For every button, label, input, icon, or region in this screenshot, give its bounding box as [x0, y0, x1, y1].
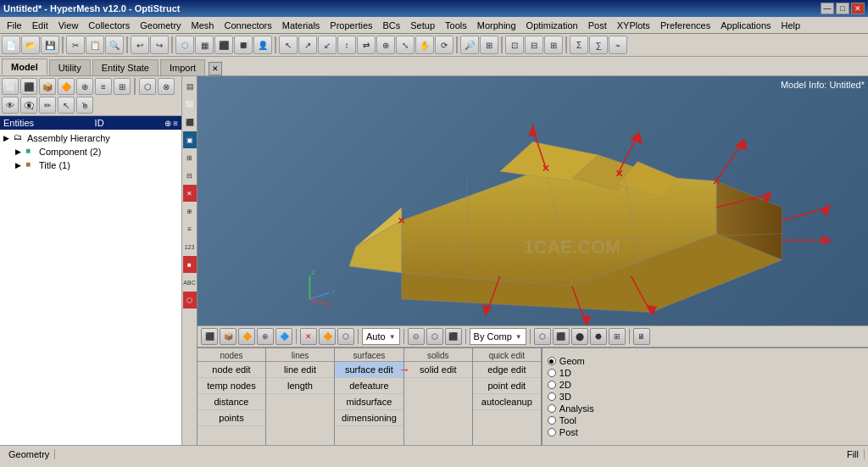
menu-xyplots[interactable]: XYPlots: [612, 19, 655, 32]
vbt-btn-8[interactable]: ⬡: [337, 328, 354, 345]
menu-materials[interactable]: Materials: [277, 19, 326, 32]
menu-view[interactable]: View: [53, 19, 84, 32]
v-btn-8[interactable]: ⊕: [183, 203, 197, 220]
tb-btn-27[interactable]: ⊞: [544, 36, 563, 54]
3d-viewport[interactable]: Model Info: Untitled*: [198, 76, 868, 325]
lp-btn-14[interactable]: 🖱: [76, 97, 93, 114]
tree-item-title[interactable]: ▶ ■ Title (1): [2, 158, 180, 172]
auto-dropdown[interactable]: Auto ▼: [362, 328, 400, 345]
tb-btn-28[interactable]: Σ: [570, 36, 588, 54]
v-btn-12[interactable]: ABC: [183, 274, 197, 291]
radio-2d[interactable]: 2D: [548, 380, 594, 390]
tb-btn-13[interactable]: 👤: [253, 36, 272, 54]
radio-1d[interactable]: 1D: [548, 368, 594, 378]
vbt-btn-5[interactable]: 🔷: [275, 328, 292, 345]
radio-geom[interactable]: Geom: [548, 356, 594, 366]
midsurface-cell[interactable]: midsurface: [335, 394, 403, 410]
tree-item-component[interactable]: ▶ ■ Component (2): [2, 145, 180, 158]
lp-btn-5[interactable]: ⊕: [76, 78, 93, 95]
surface-edit-cell[interactable]: surface edit →: [335, 362, 403, 378]
v-btn-5[interactable]: ⊞: [183, 149, 197, 166]
lp-btn-7[interactable]: ⊞: [114, 78, 131, 95]
length-cell[interactable]: length: [266, 378, 334, 394]
edge-edit-cell[interactable]: edge edit: [473, 362, 541, 378]
tab-entity-state[interactable]: Entity State: [92, 59, 159, 75]
lp-btn-13[interactable]: ↖: [58, 97, 75, 114]
menu-applications[interactable]: Applications: [715, 19, 776, 32]
menu-setup[interactable]: Setup: [405, 19, 440, 32]
tb-btn-18[interactable]: ⇄: [357, 36, 376, 54]
close-button[interactable]: ✕: [851, 3, 865, 14]
lp-btn-11[interactable]: 👁‍🗨: [20, 97, 37, 114]
tb-btn-10[interactable]: ▦: [195, 36, 214, 54]
vbt-btn-9[interactable]: ⊙: [408, 328, 425, 345]
menu-edit[interactable]: Edit: [27, 19, 53, 32]
lp-btn-4[interactable]: 🔶: [58, 78, 75, 95]
lp-btn-9[interactable]: ⊗: [158, 78, 175, 95]
menu-optimization[interactable]: Optimization: [521, 19, 583, 32]
v-btn-1[interactable]: ▤: [183, 78, 197, 95]
tb-btn-30[interactable]: ⌁: [609, 36, 627, 54]
vbt-btn-10[interactable]: ⬡: [426, 328, 443, 345]
tree-item-assembly[interactable]: ▶ 🗂 Assembly Hierarchy: [2, 131, 180, 145]
tb-btn-14[interactable]: ↖: [279, 36, 298, 54]
window-controls[interactable]: — □ ✕: [821, 3, 865, 14]
menu-file[interactable]: File: [2, 19, 27, 32]
expander-component[interactable]: ▶: [15, 147, 25, 156]
tab-import[interactable]: Import: [160, 59, 205, 75]
temp-nodes-cell[interactable]: temp nodes: [198, 378, 265, 394]
menu-post[interactable]: Post: [583, 19, 612, 32]
radio-3d[interactable]: 3D: [548, 392, 594, 402]
tab-model[interactable]: Model: [2, 58, 47, 75]
vbt-btn-7[interactable]: 🔶: [319, 328, 336, 345]
vbt-btn-2[interactable]: 📦: [220, 328, 236, 345]
maximize-button[interactable]: □: [836, 3, 849, 14]
lp-btn-2[interactable]: ⬛: [20, 78, 37, 95]
lp-btn-12[interactable]: ✏: [39, 97, 56, 114]
tb-btn-7[interactable]: ↩: [131, 36, 149, 54]
new-button[interactable]: 📄: [2, 36, 20, 54]
minimize-button[interactable]: —: [821, 3, 834, 14]
vbt-btn-4[interactable]: ⊕: [257, 328, 274, 345]
vbt-btn-13[interactable]: ⬛: [553, 328, 570, 345]
tb-btn-23[interactable]: 🔎: [460, 36, 479, 54]
distance-cell[interactable]: distance: [198, 394, 265, 410]
menu-preferences[interactable]: Preferences: [655, 19, 715, 32]
vbt-btn-6[interactable]: ✕: [300, 328, 317, 345]
tab-utility[interactable]: Utility: [49, 59, 91, 75]
tb-btn-20[interactable]: ⤡: [396, 36, 415, 54]
vbt-btn-11[interactable]: ⬛: [445, 328, 462, 345]
open-button[interactable]: 📂: [21, 36, 40, 54]
tb-btn-6[interactable]: 🔍: [105, 36, 124, 54]
expander-title[interactable]: ▶: [15, 161, 25, 170]
line-edit-cell[interactable]: line edit: [266, 362, 334, 378]
menu-collectors[interactable]: Collectors: [83, 19, 135, 32]
tb-btn-8[interactable]: ↪: [150, 36, 169, 54]
radio-post[interactable]: Post: [548, 427, 594, 437]
vbt-btn-1[interactable]: ⬛: [201, 328, 218, 345]
menu-connectors[interactable]: Connectors: [219, 19, 276, 32]
menu-properties[interactable]: Properties: [325, 19, 377, 32]
tb-btn-24[interactable]: ⊞: [480, 36, 498, 54]
solid-edit-cell[interactable]: solid edit: [404, 362, 472, 378]
autocleanup-cell[interactable]: autocleanup: [473, 394, 541, 410]
tb-btn-11[interactable]: ⬛: [214, 36, 233, 54]
bycomp-dropdown[interactable]: By Comp ▼: [470, 328, 526, 345]
menu-morphing[interactable]: Morphing: [472, 19, 521, 32]
menu-mesh[interactable]: Mesh: [186, 19, 220, 32]
expander-assembly[interactable]: ▶: [3, 134, 14, 142]
tb-btn-22[interactable]: ⟳: [435, 36, 453, 54]
dimensioning-cell[interactable]: dimensioning: [335, 410, 403, 426]
v-btn-9[interactable]: ≡: [183, 220, 197, 237]
save-button[interactable]: 💾: [41, 36, 59, 54]
tb-btn-12[interactable]: 🔳: [234, 36, 253, 54]
tb-btn-16[interactable]: ↙: [318, 36, 337, 54]
v-btn-10[interactable]: 123: [183, 238, 197, 255]
v-btn-3[interactable]: ⬛: [183, 114, 197, 131]
tb-btn-4[interactable]: ✂: [66, 36, 85, 54]
menu-help[interactable]: Help: [776, 19, 806, 32]
menu-bcs[interactable]: BCs: [378, 19, 406, 32]
tb-btn-19[interactable]: ⊕: [376, 36, 395, 54]
vbt-btn-3[interactable]: 🔶: [238, 328, 255, 345]
tb-btn-9[interactable]: ⬡: [175, 36, 194, 54]
